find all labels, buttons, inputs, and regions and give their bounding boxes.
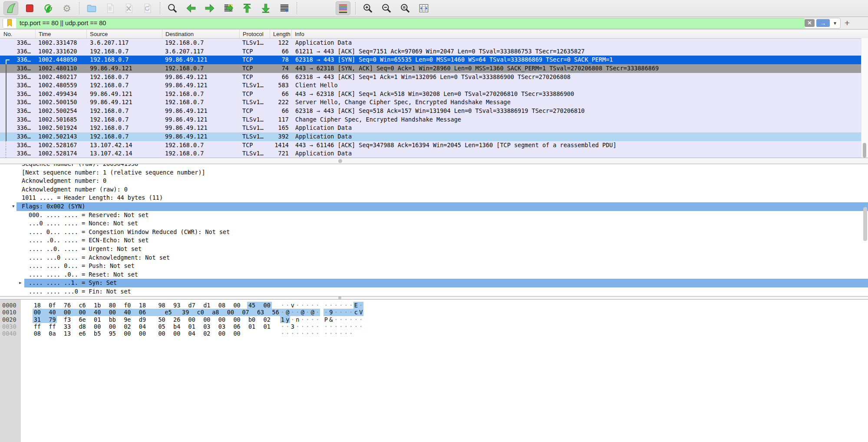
cell-info: Application Data — [292, 124, 868, 132]
detail-line-7[interactable]: 000. .... .... = Reserved: Not set — [0, 211, 868, 220]
splitter-details-bytes[interactable] — [0, 296, 868, 300]
packet-list-scrollbar[interactable] — [861, 38, 868, 158]
stop-capture-button[interactable] — [22, 1, 37, 15]
cell-source: 192.168.0.7 — [87, 124, 162, 132]
packet-row-4[interactable]: 336…1002.48011099.86.49.121192.168.0.7TC… — [0, 64, 868, 73]
detail-line-5[interactable]: 1011 .... = Header Length: 44 bytes (11) — [0, 194, 868, 202]
detail-line-15[interactable]: ▶.... .... ..1. = Syn: Set — [0, 279, 868, 287]
cell-time: 1002.448050 — [36, 56, 87, 64]
capture-options-button[interactable]: ⚙ — [59, 1, 74, 15]
detail-line-10[interactable]: .... .0.. .... = ECN-Echo: Not set — [0, 236, 868, 245]
cell-length: 583 — [270, 81, 292, 90]
bytes-row-0000[interactable]: 0000180f76c61b80f0189893d7d108004500··v·… — [0, 302, 868, 309]
ascii-char: · — [349, 330, 354, 337]
previous-packet-button[interactable] — [184, 1, 198, 15]
detail-line-9[interactable]: .... 0... .... = Congestion Window Reduc… — [0, 228, 868, 237]
packet-row-1[interactable]: 336…1002.3314783.6.207.117192.168.0.7TLS… — [0, 39, 868, 47]
toolbar-separator — [160, 2, 161, 14]
cell-destination: 192.168.0.7 — [162, 39, 240, 47]
column-header-source[interactable]: Source — [87, 30, 162, 38]
column-header-destination[interactable]: Destination — [162, 30, 240, 38]
column-header-time[interactable]: Time — [36, 30, 87, 38]
ascii-char: · — [300, 330, 305, 337]
zoom-reset-button[interactable] — [398, 1, 413, 15]
splitter-list-details[interactable] — [0, 158, 868, 164]
packet-row-2[interactable]: 336…1002.331620192.168.0.73.6.207.117TCP… — [0, 47, 868, 56]
packet-row-3[interactable]: 336…1002.448050192.168.0.799.86.49.121TC… — [0, 56, 868, 64]
packet-row-14[interactable]: 336…1002.52817413.107.42.14192.168.0.7TL… — [0, 149, 868, 158]
cell-protocol: TLSv1… — [240, 98, 270, 107]
start-capture-button[interactable] — [3, 1, 18, 15]
hex-byte: 01 — [187, 323, 197, 330]
cell-length: 66 — [270, 107, 292, 115]
save-file-button[interactable] — [103, 1, 118, 15]
detail-line-3[interactable]: Acknowledgment number: 0 — [0, 177, 868, 185]
ascii-char: · — [315, 316, 320, 323]
next-packet-button[interactable] — [202, 1, 217, 15]
display-filter-input[interactable]: tcp.port == 80 || udp.port == 80 — [16, 18, 805, 28]
packet-row-6[interactable]: 336…1002.480559192.168.0.799.86.49.121TL… — [0, 81, 868, 90]
filter-apply-button[interactable]: → — [816, 19, 830, 27]
detail-line-4[interactable]: Acknowledgment number (raw): 0 — [0, 185, 868, 194]
ascii-char: · — [315, 330, 320, 337]
bytes-row-0020[interactable]: 00203179f36e01bb9ed9502600000000b0021y·n… — [0, 316, 868, 323]
column-header-protocol[interactable]: Protocol — [240, 30, 270, 38]
filter-dropdown-chevron[interactable]: ▼ — [832, 21, 838, 26]
packet-row-5[interactable]: 336…1002.480217192.168.0.799.86.49.121TC… — [0, 73, 868, 82]
packet-row-13[interactable]: 336…1002.52816713.107.42.14192.168.0.7TC… — [0, 141, 868, 150]
hex-byte: f3 — [63, 316, 72, 323]
ascii-char: · — [349, 323, 354, 330]
save-file-icon — [105, 3, 116, 14]
detail-line-14[interactable]: .... .... .0.. = Reset: Not set — [0, 270, 868, 279]
packet-row-10[interactable]: 336…1002.501685192.168.0.799.86.49.121TL… — [0, 115, 868, 124]
packet-details-scrollbar-thumb[interactable] — [863, 207, 867, 241]
packet-row-9[interactable]: 336…1002.500254192.168.0.799.86.49.121TC… — [0, 107, 868, 115]
column-header-length[interactable]: Length — [270, 30, 292, 38]
cell-no: 336… — [0, 90, 36, 99]
find-packet-button[interactable] — [165, 1, 180, 15]
detail-line-11[interactable]: .... ..0. .... = Urgent: Not set — [0, 245, 868, 254]
close-file-button[interactable] — [122, 1, 136, 15]
ascii-char: E — [353, 302, 359, 309]
detail-line-16[interactable]: .... .... ...0 = Fin: Not set — [0, 287, 868, 296]
bytes-row-0040[interactable]: 0040080a13e6b5950000000004020000········… — [0, 330, 868, 337]
filter-bookmark-icon[interactable] — [3, 18, 16, 28]
hex-byte: b4 — [172, 323, 182, 330]
hex-byte: ff — [33, 323, 42, 330]
first-packet-button[interactable] — [240, 1, 254, 15]
detail-line-8[interactable]: ...0 .... .... = Nonce: Not set — [0, 219, 868, 228]
bytes-offset: 0010 — [2, 309, 17, 316]
last-packet-icon — [260, 3, 271, 14]
detail-line-6[interactable]: ▼Flags: 0x002 (SYN) — [0, 202, 868, 211]
cell-source: 192.168.0.7 — [87, 56, 162, 64]
column-header-info[interactable]: Info — [292, 30, 868, 38]
packet-row-12[interactable]: 336…1002.502143192.168.0.799.86.49.121TL… — [0, 132, 868, 141]
zoom-in-button[interactable] — [360, 1, 375, 15]
filter-clear-button[interactable]: ✕ — [805, 19, 815, 27]
packet-row-11[interactable]: 336…1002.501924192.168.0.799.86.49.121TL… — [0, 124, 868, 132]
reload-file-button[interactable] — [140, 1, 155, 15]
hex-byte: 9e — [123, 316, 132, 323]
packet-list-scrollbar-thumb[interactable] — [863, 143, 866, 158]
open-file-button[interactable] — [84, 1, 99, 15]
last-packet-button[interactable] — [258, 1, 273, 15]
packet-row-7[interactable]: 336…1002.49943499.86.49.121192.168.0.7TC… — [0, 90, 868, 99]
go-to-packet-button[interactable] — [221, 1, 236, 15]
bytes-row-0010[interactable]: 00100040000040004006e539c0a800076356·@··… — [0, 309, 868, 316]
column-header-no[interactable]: No. — [0, 30, 36, 38]
filter-add-button[interactable]: + — [841, 19, 854, 27]
resize-columns-button[interactable] — [416, 1, 431, 15]
detail-line-13[interactable]: .... .... 0... = Push: Not set — [0, 262, 868, 270]
zoom-out-button[interactable] — [379, 1, 394, 15]
hex-byte: 95 — [108, 330, 117, 337]
hex-byte: 40 — [92, 309, 108, 316]
detail-line-1[interactable]: Sequence number (raw): 2665041958 — [0, 164, 868, 168]
cell-destination: 99.86.49.121 — [162, 115, 240, 124]
auto-scroll-button[interactable] — [277, 1, 292, 15]
detail-line-12[interactable]: .... ...0 .... = Acknowledgment: Not set — [0, 254, 868, 262]
colorize-packets-button[interactable] — [336, 1, 350, 15]
bytes-row-0030[interactable]: 0030ffff33d80000020405b4010303060101··3·… — [0, 323, 868, 330]
restart-capture-button[interactable] — [41, 1, 56, 15]
packet-row-8[interactable]: 336…1002.50015099.86.49.121192.168.0.7TL… — [0, 98, 868, 107]
detail-line-2[interactable]: [Next sequence number: 1 (relative seque… — [0, 168, 868, 177]
